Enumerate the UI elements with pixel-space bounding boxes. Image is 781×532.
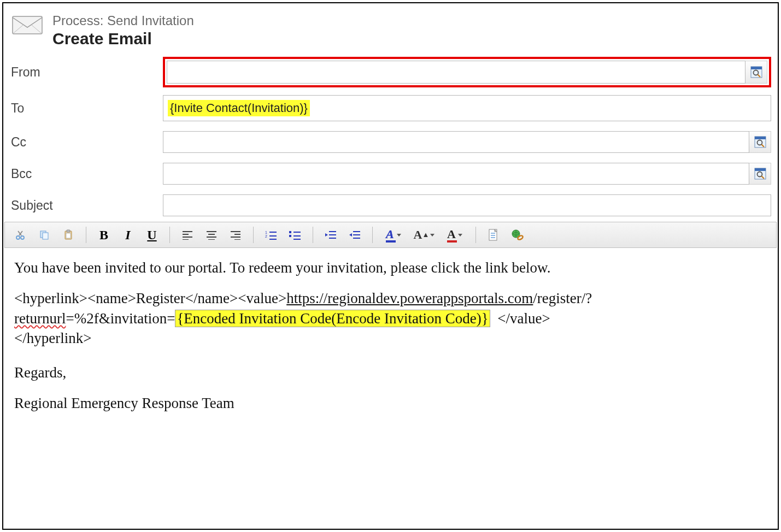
svg-rect-6 xyxy=(755,137,766,139)
cut-button[interactable] xyxy=(10,225,30,245)
indent-button[interactable] xyxy=(345,225,365,245)
editor-toolbar: B I U 12 A A▲ xyxy=(4,222,777,248)
cc-row: Cc xyxy=(10,131,771,153)
ordered-list-icon: 12 xyxy=(265,230,277,240)
insert-template-button[interactable] xyxy=(484,225,503,245)
bold-icon: B xyxy=(99,228,108,243)
font-size-button[interactable]: A▲ xyxy=(411,225,437,245)
bcc-input[interactable] xyxy=(163,163,749,185)
to-label: To xyxy=(10,101,163,116)
svg-text:2: 2 xyxy=(265,234,267,238)
bold-button[interactable]: B xyxy=(94,225,114,245)
underline-icon: U xyxy=(147,228,156,243)
copy-icon xyxy=(39,229,50,240)
subject-row: Subject xyxy=(10,194,771,216)
svg-rect-2 xyxy=(751,67,762,69)
align-right-icon xyxy=(230,230,241,240)
body-line-1: You have been invited to our portal. To … xyxy=(14,258,767,277)
scissors-icon xyxy=(15,229,26,240)
indent-icon xyxy=(349,230,361,240)
align-left-icon xyxy=(182,230,193,240)
invitation-code-chip[interactable]: {Encoded Invitation Code(Encode Invitati… xyxy=(175,310,490,327)
page-title: Create Email xyxy=(52,29,194,48)
to-input[interactable]: {Invite Contact(Invitation)} xyxy=(163,95,771,121)
font-size-icon: A▲ xyxy=(414,228,435,242)
toolbar-separator xyxy=(313,227,313,243)
highlight-icon: A xyxy=(386,227,401,243)
paste-button[interactable] xyxy=(58,225,78,245)
cc-input[interactable] xyxy=(163,131,749,153)
align-center-button[interactable] xyxy=(202,225,221,245)
align-left-button[interactable] xyxy=(178,225,197,245)
svg-rect-0 xyxy=(13,16,42,34)
toolbar-separator xyxy=(253,227,254,243)
body-signature: Regional Emergency Response Team xyxy=(14,393,767,413)
from-highlight-box xyxy=(163,57,771,87)
paste-icon xyxy=(63,229,74,240)
subject-label: Subject xyxy=(10,198,163,213)
outdent-button[interactable] xyxy=(321,225,340,245)
svg-rect-10 xyxy=(755,168,766,171)
unordered-list-icon xyxy=(289,230,301,240)
bcc-lookup-button[interactable] xyxy=(749,163,771,185)
copy-button[interactable] xyxy=(34,225,54,245)
body-hyperlink-block: <hyperlink><name>Register</name><value>h… xyxy=(14,288,767,348)
highlight-color-button[interactable]: A xyxy=(380,225,407,245)
header-text: Process: Send Invitation Create Email xyxy=(52,13,194,48)
toolbar-separator xyxy=(372,227,373,243)
svg-marker-42 xyxy=(325,233,328,237)
to-row: To {Invite Contact(Invitation)} xyxy=(10,95,771,121)
bcc-row: Bcc xyxy=(10,163,771,185)
bcc-label: Bcc xyxy=(10,167,163,181)
cc-label: Cc xyxy=(10,135,163,150)
from-row: From xyxy=(10,57,771,87)
toolbar-separator xyxy=(169,227,170,243)
from-lookup-button[interactable] xyxy=(745,61,767,84)
svg-rect-19 xyxy=(66,233,71,238)
envelope-icon xyxy=(12,13,43,37)
document-icon xyxy=(488,229,499,241)
process-label: Process: Send Invitation xyxy=(52,13,194,28)
italic-icon: I xyxy=(125,228,130,243)
insert-hyperlink-button[interactable] xyxy=(508,225,527,245)
svg-marker-46 xyxy=(349,233,352,237)
cc-lookup-button[interactable] xyxy=(749,131,771,153)
from-label: From xyxy=(10,65,163,80)
bulleted-list-button[interactable] xyxy=(285,225,305,245)
italic-button[interactable]: I xyxy=(118,225,138,245)
lookup-icon xyxy=(750,66,762,78)
svg-rect-18 xyxy=(67,230,70,232)
from-input[interactable] xyxy=(167,61,745,84)
lookup-icon xyxy=(754,136,766,148)
toolbar-separator xyxy=(475,227,476,243)
svg-point-13 xyxy=(16,236,20,239)
subject-input[interactable] xyxy=(163,194,771,216)
header: Process: Send Invitation Create Email xyxy=(3,3,778,55)
email-body-editor[interactable]: You have been invited to our portal. To … xyxy=(3,248,778,434)
toolbar-separator xyxy=(86,227,86,243)
align-center-icon xyxy=(206,230,217,240)
lookup-icon xyxy=(754,168,766,180)
numbered-list-button[interactable]: 12 xyxy=(261,225,281,245)
svg-rect-16 xyxy=(43,233,48,239)
globe-link-icon xyxy=(511,229,524,241)
form-area: From To {Invite Contact(Invitation)} xyxy=(3,55,778,216)
svg-text:1: 1 xyxy=(265,230,267,234)
align-right-button[interactable] xyxy=(226,225,245,245)
underline-button[interactable]: U xyxy=(142,225,162,245)
svg-rect-37 xyxy=(289,231,291,233)
svg-rect-38 xyxy=(289,235,291,237)
font-color-icon: A xyxy=(447,227,462,243)
body-regards: Regards, xyxy=(14,363,767,382)
create-email-window: Process: Send Invitation Create Email Fr… xyxy=(2,2,779,530)
outdent-icon xyxy=(325,230,337,240)
to-contact-chip[interactable]: {Invite Contact(Invitation)} xyxy=(168,100,310,116)
font-color-button[interactable]: A xyxy=(442,225,468,245)
svg-point-14 xyxy=(21,236,24,239)
